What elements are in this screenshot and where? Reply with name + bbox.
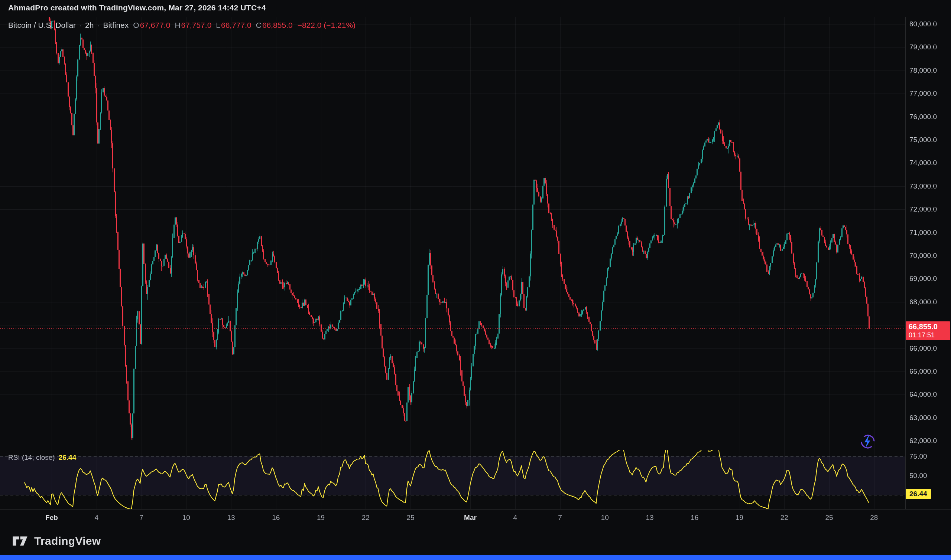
close-label: C <box>256 21 261 29</box>
price-axis-label: 79,000.0 <box>909 43 937 51</box>
change-value: −822.0 (−1.21%) <box>298 21 355 30</box>
time-axis-label: 19 <box>317 514 325 522</box>
exchange-label[interactable]: Bitfinex <box>103 21 128 30</box>
ohlc-high: H67,757.0 <box>174 21 212 30</box>
time-axis-label: 7 <box>139 514 144 522</box>
close-value: 66,855.0 <box>262 21 293 29</box>
price-axis-label: 68,000.0 <box>909 298 937 306</box>
bottom-accent-bar <box>0 555 951 560</box>
tradingview-logo-icon[interactable] <box>11 534 29 548</box>
high-label: H <box>174 21 180 29</box>
price-axis-label: 62,000.0 <box>909 437 937 445</box>
rsi-value: 26.44 <box>59 454 77 462</box>
price-axis-label: 78,000.0 <box>909 66 937 75</box>
price-axis-label: 80,000.0 <box>909 20 937 28</box>
tradingview-chart: AhmadPro created with TradingView.com, M… <box>0 0 951 560</box>
bar-countdown: 01:17:51 <box>909 331 947 339</box>
time-axis-label: 10 <box>601 514 609 522</box>
time-axis-label: Mar <box>464 514 477 522</box>
time-axis-label: 13 <box>227 514 235 522</box>
ohlc-close: C66,855.0 <box>256 21 293 30</box>
legend-separator: · <box>79 21 82 30</box>
time-axis-label: 4 <box>513 514 517 522</box>
price-axis-label: 73,000.0 <box>909 182 937 191</box>
price-axis-label: 76,000.0 <box>909 113 937 121</box>
time-axis-label: 16 <box>691 514 698 522</box>
rsi-axis-label: 50.00 <box>909 472 927 480</box>
price-axis-label: 75,000.0 <box>909 136 937 144</box>
low-value: 66,777.0 <box>221 21 252 29</box>
price-axis-label: 74,000.0 <box>909 159 937 167</box>
time-axis-label: 4 <box>94 514 99 522</box>
legend-separator: · <box>97 21 100 30</box>
price-axis-label: 63,000.0 <box>909 414 937 422</box>
time-axis-label: 22 <box>362 514 370 522</box>
time-axis-label: 13 <box>645 514 653 522</box>
open-label: O <box>133 21 139 29</box>
price-axis-label: 66,000.0 <box>909 345 937 352</box>
rsi-axis-label: 75.00 <box>909 452 927 460</box>
price-axis-label: 77,000.0 <box>909 89 937 98</box>
symbol-legend[interactable]: Bitcoin / U.S. Dollar · 2h · Bitfinex O6… <box>8 21 355 30</box>
high-value: 67,757.0 <box>181 21 212 29</box>
time-axis-label: 25 <box>825 514 833 522</box>
time-axis-label: 25 <box>406 514 414 522</box>
last-price-value: 66,855.0 <box>909 323 947 331</box>
time-axis-label: 22 <box>781 514 788 522</box>
symbol-title[interactable]: Bitcoin / U.S. Dollar <box>8 21 76 30</box>
tradingview-wordmark[interactable]: TradingView <box>34 535 101 548</box>
last-price-badge: 66,855.0 01:17:51 <box>906 322 950 340</box>
open-value: 67,677.0 <box>140 21 170 29</box>
ohlc-low: L66,777.0 <box>216 21 251 30</box>
price-axis-label: 70,000.0 <box>909 252 937 260</box>
attribution-text: AhmadPro created with TradingView.com, M… <box>8 3 266 12</box>
time-axis-label: 19 <box>736 514 743 522</box>
time-axis-label: 7 <box>558 514 562 522</box>
low-label: L <box>216 21 220 29</box>
footer-bar: TradingView <box>0 527 951 555</box>
flash-refresh-icon[interactable] <box>859 433 877 451</box>
price-axis-label: 71,000.0 <box>909 229 937 237</box>
price-axis-label: 65,000.0 <box>909 368 937 375</box>
time-axis-label: 10 <box>182 514 190 522</box>
time-axis-label: 28 <box>870 514 878 522</box>
interval-label[interactable]: 2h <box>85 21 94 30</box>
ohlc-open: O67,677.0 <box>133 21 170 30</box>
time-axis-label: 16 <box>272 514 280 522</box>
price-axis-label: 69,000.0 <box>909 275 937 283</box>
price-axis-label: 72,000.0 <box>909 205 937 213</box>
rsi-legend[interactable]: RSI (14, close) 26.44 <box>8 454 76 462</box>
chart-canvas[interactable] <box>0 0 951 560</box>
time-axis-label: Feb <box>45 514 58 522</box>
price-axis-label: 64,000.0 <box>909 391 937 398</box>
rsi-label: RSI (14, close) <box>8 454 55 462</box>
rsi-value-badge: 26.44 <box>906 489 931 499</box>
